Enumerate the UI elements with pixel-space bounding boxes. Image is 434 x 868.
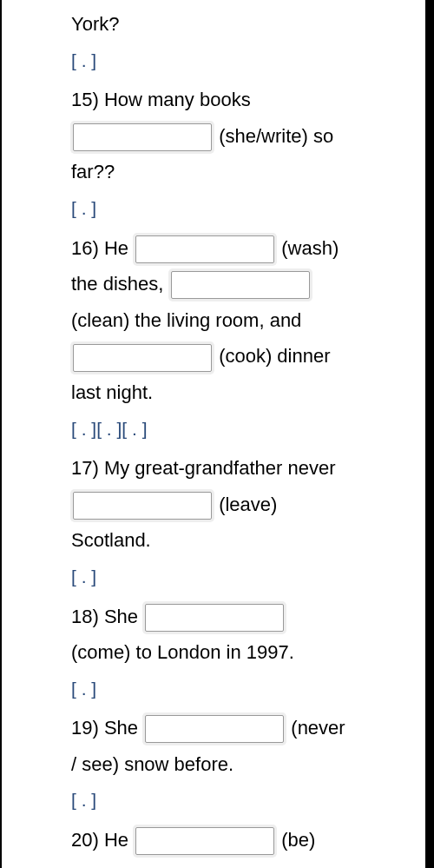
answer-input-20[interactable]	[135, 827, 274, 855]
hint-link-16[interactable]: [ . ][ . ][ . ]	[71, 419, 148, 439]
answer-input-18[interactable]	[145, 604, 284, 632]
question-20-line1: 20) He	[71, 829, 128, 851]
question-18-line2: (come) to London in 1997.	[71, 635, 413, 670]
question-19-hint: (never	[291, 717, 345, 739]
right-border	[425, 0, 434, 868]
answer-input-16c[interactable]	[73, 344, 212, 372]
answer-input-17[interactable]	[73, 492, 212, 520]
question-17-line1: 17) My great-grandfather never	[71, 451, 413, 486]
question-19-line1: 19) She	[71, 717, 138, 739]
question-16-hint1: (wash)	[281, 237, 339, 259]
question-16-line3: (clean) the living room, and	[71, 303, 413, 338]
answer-input-19[interactable]	[145, 715, 284, 743]
question-16-hint3: (cook) dinner	[219, 345, 330, 367]
answer-input-15[interactable]	[73, 123, 212, 151]
hint-link-18[interactable]: [ . ]	[71, 679, 96, 699]
answer-input-16a[interactable]	[135, 235, 274, 263]
question-18-line1: 18) She	[71, 606, 138, 627]
exercise-container: York? [ . ] 15) How many books (she/writ…	[0, 0, 434, 868]
question-16-line2a: the dishes,	[71, 273, 163, 295]
question-16-line1: 16) He	[71, 237, 128, 259]
hint-link-17[interactable]: [ . ]	[71, 567, 96, 586]
question-15-hint: (she/write) so	[219, 125, 333, 147]
question-20-hint: (be)	[281, 829, 315, 851]
answer-input-16b[interactable]	[171, 271, 310, 299]
question-17-hint: (leave)	[219, 494, 277, 515]
question-16-tail: last night.	[71, 375, 413, 410]
question-20-line2: married for thirty-five years (and he's	[71, 859, 413, 868]
question-15-line1: 15) How many books	[71, 83, 413, 117]
question-15-tail: far??	[71, 155, 413, 189]
question-fragment-top: York?	[71, 7, 413, 42]
hint-link-19[interactable]: [ . ]	[71, 790, 96, 810]
hint-link-15[interactable]: [ . ]	[71, 198, 96, 218]
hint-link-14[interactable]: [ . ]	[71, 50, 96, 70]
question-17-tail: Scotland.	[71, 523, 413, 558]
question-19-line2: / see) snow before.	[71, 747, 413, 782]
